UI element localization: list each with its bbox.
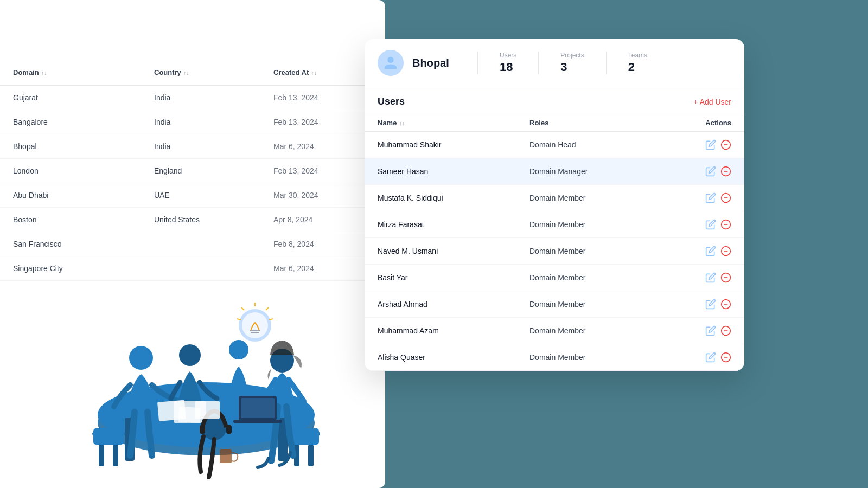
user-role: Domain Member <box>529 220 688 229</box>
user-actions <box>688 352 731 363</box>
svg-point-30 <box>129 346 153 370</box>
created-cell: Feb 13, 2024 <box>273 118 372 126</box>
svg-point-42 <box>242 312 268 338</box>
user-name: Naved M. Usmani <box>378 247 529 255</box>
svg-point-31 <box>179 344 201 366</box>
delete-icon[interactable] <box>720 272 731 283</box>
svg-rect-25 <box>113 445 118 466</box>
user-row: Basit Yar Domain Member <box>365 265 744 291</box>
user-role: Domain Member <box>529 194 688 202</box>
illustration <box>54 260 358 488</box>
country-cell: England <box>154 166 273 175</box>
user-row: Muhammad Azam Domain Member <box>365 318 744 344</box>
svg-rect-36 <box>200 425 205 434</box>
bg-table-row: Bhopal India Mar 6, 2024 <box>0 134 385 159</box>
users-stat: Users 18 <box>477 52 538 74</box>
user-name: Mustafa K. Siddiqui <box>378 194 529 202</box>
bg-table-row: San Francisco Feb 8, 2024 <box>0 232 385 256</box>
svg-rect-37 <box>226 425 232 434</box>
bg-table-row: Boston United States Apr 8, 2024 <box>0 208 385 232</box>
add-user-button[interactable]: + Add User <box>693 98 731 106</box>
roles-col-header: Roles <box>529 119 688 127</box>
created-cell: Feb 13, 2024 <box>273 166 372 175</box>
user-role: Domain Manager <box>529 167 688 176</box>
teams-value: 2 <box>628 60 647 74</box>
country-col-header: Country ↑↓ <box>154 68 273 76</box>
edit-icon[interactable] <box>705 299 716 310</box>
users-section-title: Users <box>378 96 405 107</box>
delete-icon[interactable] <box>720 352 731 363</box>
user-role: Domain Head <box>529 140 688 149</box>
user-actions <box>688 192 731 203</box>
svg-rect-23 <box>93 428 124 445</box>
actions-col-header: Actions <box>688 119 731 127</box>
edit-icon[interactable] <box>705 192 716 203</box>
bg-table-header: Domain ↑↓ Country ↑↓ Created At ↑↓ <box>0 60 385 86</box>
domain-cell: Gujarat <box>13 93 154 102</box>
user-actions <box>688 325 731 336</box>
bg-table-row: Gujarat India Feb 13, 2024 <box>0 86 385 110</box>
delete-icon[interactable] <box>720 325 731 336</box>
svg-point-34 <box>229 340 248 359</box>
user-row: Naved M. Usmani Domain Member <box>365 238 744 265</box>
users-list: Muhammad Shakir Domain Head Sameer Hasan… <box>365 132 744 371</box>
delete-icon[interactable] <box>720 166 731 177</box>
delete-icon[interactable] <box>720 192 731 203</box>
projects-value: 3 <box>560 60 584 74</box>
delete-icon[interactable] <box>720 299 731 310</box>
user-row: Mustafa K. Siddiqui Domain Member <box>365 185 744 211</box>
user-actions <box>688 272 731 283</box>
user-row: Arshad Ahmad Domain Member <box>365 291 744 318</box>
edit-icon[interactable] <box>705 246 716 256</box>
user-role: Domain Member <box>529 353 688 362</box>
svg-rect-40 <box>233 420 282 423</box>
createdat-col-header: Created At ↑↓ <box>273 68 372 76</box>
delete-icon[interactable] <box>720 219 731 230</box>
person-icon <box>383 55 398 70</box>
created-cell: Mar 30, 2024 <box>273 191 372 200</box>
edit-icon[interactable] <box>705 352 716 363</box>
user-actions <box>688 246 731 256</box>
domain-cell: Bangalore <box>13 118 154 126</box>
users-section: Users + Add User Name ↑↓ Roles Actions M… <box>365 87 744 371</box>
domain-cell: San Francisco <box>13 240 154 248</box>
svg-line-45 <box>241 307 244 310</box>
domain-cell: Boston <box>13 215 154 224</box>
delete-icon[interactable] <box>720 246 731 256</box>
bg-table-row: Abu Dhabi UAE Mar 30, 2024 <box>0 183 385 208</box>
svg-rect-24 <box>99 445 104 466</box>
name-sort-icon: ↑↓ <box>399 120 405 126</box>
panel-header: Bhopal Users 18 Projects 3 Teams 2 <box>365 39 744 87</box>
bg-table-row: London England Feb 13, 2024 <box>0 159 385 183</box>
edit-icon[interactable] <box>705 272 716 283</box>
domain-cell: Abu Dhabi <box>13 191 154 200</box>
edit-icon[interactable] <box>705 325 716 336</box>
delete-icon[interactable] <box>720 139 731 150</box>
user-name: Basit Yar <box>378 273 529 282</box>
user-name: Arshad Ahmad <box>378 300 529 309</box>
user-actions <box>688 219 731 230</box>
edit-icon[interactable] <box>705 139 716 150</box>
user-actions <box>688 139 731 150</box>
edit-icon[interactable] <box>705 166 716 177</box>
user-row: Sameer Hasan Domain Manager <box>365 158 744 185</box>
user-actions <box>688 166 731 177</box>
country-cell: United States <box>154 215 273 224</box>
svg-rect-50 <box>178 407 201 423</box>
projects-label: Projects <box>560 52 584 59</box>
createdat-sort-icon: ↑↓ <box>311 69 317 76</box>
svg-rect-51 <box>220 449 232 463</box>
user-row: Alisha Quaser Domain Member <box>365 344 744 371</box>
edit-icon[interactable] <box>705 219 716 230</box>
domain-cell: London <box>13 166 154 175</box>
country-cell: India <box>154 142 273 151</box>
projects-stat: Projects 3 <box>538 52 605 74</box>
user-actions <box>688 299 731 310</box>
domain-cell: Bhopal <box>13 142 154 151</box>
domain-col-header: Domain ↑↓ <box>13 68 154 76</box>
user-row: Mirza Farasat Domain Member <box>365 211 744 238</box>
user-role: Domain Member <box>529 247 688 255</box>
user-name: Mirza Farasat <box>378 220 529 229</box>
created-cell: Apr 8, 2024 <box>273 215 372 224</box>
domain-name: Bhopal <box>412 57 456 69</box>
